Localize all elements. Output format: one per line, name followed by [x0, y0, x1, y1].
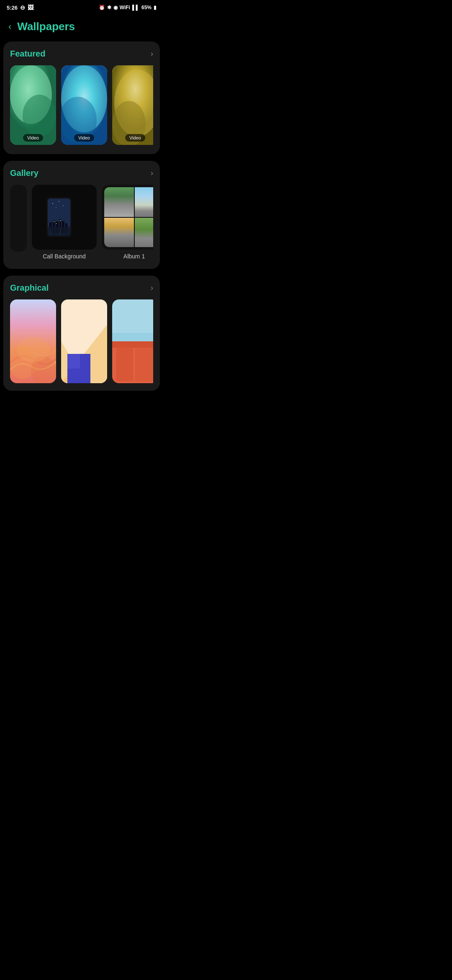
svg-rect-27 — [60, 220, 61, 221]
graphical-section: Graphical › — [3, 276, 160, 391]
gallery-item-album1[interactable]: Album 1 — [102, 185, 153, 260]
svg-point-16 — [59, 201, 59, 202]
featured-item-3[interactable]: Video — [112, 65, 153, 145]
status-right: ⏰ ✱ ◉ WiFi ▌▌ 65% ▮ — [99, 5, 157, 10]
featured-scroll[interactable]: Video Video — [10, 65, 153, 147]
time-display: 5:26 — [7, 5, 18, 11]
svg-rect-55 — [116, 348, 133, 381]
page-header: ‹ Wallpapers — [0, 13, 163, 41]
svg-rect-56 — [135, 348, 153, 381]
bluetooth-icon: ✱ — [107, 5, 111, 10]
featured-item-2[interactable]: Video — [61, 65, 107, 145]
video-badge-3: Video — [125, 134, 145, 142]
graphical-header[interactable]: Graphical › — [10, 283, 153, 293]
gallery-title: Gallery — [10, 168, 39, 178]
featured-section: Featured › Video — [3, 41, 160, 154]
gallery-icon: 🖼 — [28, 4, 33, 11]
do-not-disturb-icon: ⊖ — [20, 4, 25, 11]
gallery-section: Gallery › — [3, 161, 160, 269]
location-icon: ◉ — [113, 5, 118, 10]
video-badge-1: Video — [23, 134, 43, 142]
battery-icon: ▮ — [154, 5, 157, 10]
status-left: 5:26 ⊖ 🖼 — [7, 4, 33, 11]
graphical-title: Graphical — [10, 283, 49, 293]
gallery-arrow[interactable]: › — [151, 169, 153, 178]
gallery-item-call-background[interactable]: Call Background — [32, 185, 97, 260]
svg-point-15 — [52, 203, 53, 204]
svg-rect-51 — [67, 354, 80, 369]
status-bar: 5:26 ⊖ 🖼 ⏰ ✱ ◉ WiFi ▌▌ 65% ▮ — [0, 0, 163, 13]
signal-icon: ▌▌ — [132, 5, 139, 10]
featured-header[interactable]: Featured › — [10, 49, 153, 59]
graphical-item-2[interactable] — [61, 299, 107, 383]
page-title: Wallpapers — [17, 20, 75, 33]
video-badge-2: Video — [74, 134, 94, 142]
gallery-header[interactable]: Gallery › — [10, 168, 153, 178]
alarm-icon: ⏰ — [99, 5, 105, 10]
svg-rect-25 — [54, 221, 54, 222]
featured-title: Featured — [10, 49, 45, 59]
svg-rect-28 — [48, 227, 70, 236]
album1-label: Album 1 — [123, 253, 145, 260]
svg-point-17 — [63, 205, 64, 206]
battery-display: 65% — [141, 5, 152, 10]
svg-rect-26 — [56, 223, 57, 224]
graphical-scroll[interactable] — [10, 299, 153, 383]
wifi-icon: WiFi — [120, 5, 130, 10]
graphical-arrow[interactable]: › — [151, 284, 153, 292]
graphical-item-3[interactable] — [112, 299, 153, 383]
back-button[interactable]: ‹ — [8, 21, 11, 32]
gallery-item-partial[interactable] — [10, 185, 27, 260]
featured-arrow[interactable]: › — [151, 49, 153, 58]
graphical-item-1[interactable] — [10, 299, 56, 383]
svg-point-2 — [23, 95, 56, 137]
svg-marker-54 — [112, 341, 153, 348]
svg-point-46 — [16, 337, 50, 362]
featured-item-1[interactable]: Video — [10, 65, 56, 145]
call-background-label: Call Background — [43, 253, 86, 260]
svg-rect-57 — [112, 333, 153, 341]
svg-point-18 — [56, 207, 56, 208]
gallery-scroll[interactable]: Call Background Album 1 — [10, 185, 153, 261]
